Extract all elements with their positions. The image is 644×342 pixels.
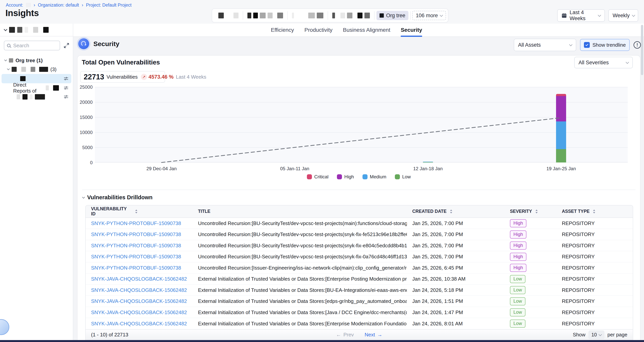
filter-segment[interactable] [288,9,328,22]
column-header-created-date[interactable]: CREATED DATE [407,205,504,218]
redacted-text-block [26,3,31,7]
show-trendline-toggle[interactable]: Show trendline [580,39,630,51]
column-header-asset-type[interactable]: ASSET TYPE [556,205,633,218]
table-row: SNYK-JAVA-CHQOSLOGBACK-15062482External … [86,285,633,296]
scrollbar-thumb[interactable] [641,25,643,75]
severity-cell: High [504,230,556,239]
checkbox-checked-icon[interactable] [584,42,590,48]
sort-icon[interactable] [535,209,538,214]
sort-icon[interactable] [135,209,138,214]
security-section-title: Security [94,40,119,48]
filter-segment[interactable] [328,9,374,22]
filter-segment[interactable] [214,9,243,22]
redacted-text-block [12,67,17,72]
redacted-text-block [17,94,20,99]
tab-business-alignment[interactable]: Business Alignment [343,24,390,36]
per-page-label: per page [608,332,627,338]
sort-icon[interactable] [593,209,596,214]
expand-icon[interactable] [64,43,69,48]
vulnerability-id-link[interactable]: SNYK-JAVA-CHQOSLOGBACK-15062482 [86,287,192,293]
vulnerability-id-link[interactable]: SNYK-PYTHON-PROTOBUF-15090738 [86,231,192,237]
vulnerability-id-link[interactable]: SNYK-PYTHON-PROTOBUF-15090738 [86,243,192,249]
tab-efficiency[interactable]: Efficiency [271,24,294,36]
redacted-text-block [358,12,362,18]
show-label: Show [573,332,585,338]
vulnerabilities-count-label: Vulnerabilities [106,74,138,80]
pagination-range: (1 - 10) of 22713 [91,332,128,338]
search-box[interactable] [4,41,60,50]
filter-sliders-icon[interactable] [64,94,68,99]
assets-select[interactable]: All Assets [514,39,576,51]
filter-segment[interactable] [243,9,287,22]
vulnerability-title: Uncontrolled Recursion:[BU-SecurityTest/… [192,243,407,249]
chevron-down-icon [440,13,443,17]
vulnerability-title: External Initialization of Trusted Varia… [192,310,407,316]
column-header-vulnerability-id[interactable]: VULNERABILITY ID [86,205,192,218]
legend-label: Critical [314,174,328,180]
period-select[interactable]: Last 4 Weeks [557,9,605,22]
redacted-text-block [347,12,352,18]
vulnerabilities-heading: Total Open Vulnerabilities [82,59,160,66]
breadcrumb-organization[interactable]: Organization: default [38,2,79,8]
severity-cell: Low [504,275,556,283]
granularity-select[interactable]: Weekly [608,9,638,22]
search-input[interactable] [13,43,57,49]
table-row: SNYK-JAVA-CHQOSLOGBACK-15062482External … [86,307,633,318]
vulnerability-title: Uncontrolled Recursion:[BU-SecurityTest/… [192,254,407,260]
chevron-down-icon [598,13,601,17]
breadcrumb-project[interactable]: Project: Default Project [86,2,132,8]
calendar-icon [562,13,567,18]
sidebar-search-row [0,36,73,50]
vulnerability-id-link[interactable]: SNYK-PYTHON-PROTOBUF-15090738 [86,265,192,271]
more-filters-chip[interactable]: 106 more [412,11,446,20]
page-title: Insights [6,8,39,18]
redacted-text-block [292,12,294,18]
filter-sliders-icon[interactable] [64,76,68,81]
sidebar: Org tree (1) (3) Direct Reports of [0,24,73,342]
show-trendline-label: Show trendline [592,42,626,48]
vulnerability-title: Uncontrolled Recursion:[BU-SecurityTest/… [192,231,407,237]
vulnerability-id-link[interactable]: SNYK-JAVA-CHQOSLOGBACK-15062482 [86,321,192,327]
created-date: Jan 24, 2026, 1:47 PM [407,310,504,316]
info-icon[interactable]: ! [634,41,641,49]
breadcrumb-account[interactable]: Account: [6,2,23,8]
tab-productivity[interactable]: Productivity [304,24,332,36]
vulnerability-title: Uncontrolled Recursion:[Issuer-Engineeri… [192,265,407,271]
drilldown-header[interactable]: Vulnerabilities Drilldown [82,194,152,201]
delta-indicator: ↗ 4573.46 % [141,74,174,80]
tree-item-group[interactable]: (3) [2,65,71,74]
breadcrumb: Account: › Organization: default › Proje… [6,2,132,8]
y-axis-tick-label: 25000 [78,84,92,90]
tree-item-direct-reports[interactable]: Direct Reports of [2,84,71,92]
tree-item-label: Direct Reports of [13,82,44,94]
legend-item-critical[interactable]: Critical [307,174,328,180]
legend-item-medium[interactable]: Medium [362,174,386,180]
redacted-text-block [17,27,22,33]
legend-item-high[interactable]: High [337,174,354,180]
page-size-select[interactable]: 10 [588,331,604,339]
created-date: Jan 25, 2026, 7:00 PM [407,254,504,260]
next-page-button[interactable]: Next → [364,332,382,338]
arrow-right-icon: → [377,332,382,338]
vulnerability-id-link[interactable]: SNYK-PYTHON-PROTOBUF-15090738 [86,254,192,260]
vulnerability-id-link[interactable]: SNYK-PYTHON-PROTOBUF-15090738 [86,220,192,226]
legend-item-low[interactable]: Low [395,174,411,180]
vulnerability-id-link[interactable]: SNYK-JAVA-CHQOSLOGBACK-15062482 [86,298,192,304]
filter-sliders-icon[interactable] [64,85,68,90]
severity-cell: Low [504,308,556,317]
column-header-severity[interactable]: SEVERITY [504,205,556,218]
created-date: Jan 25, 2026, 10:38 AM [407,276,504,282]
vulnerability-id-link[interactable]: SNYK-JAVA-CHQOSLOGBACK-15062482 [86,276,192,282]
redacted-text-block [277,12,283,18]
tree-item-org-tree[interactable]: Org tree (1) [2,56,71,65]
prev-page-button[interactable]: ← Prev [336,332,354,338]
sort-icon[interactable] [450,209,452,214]
vulnerability-id-link[interactable]: SNYK-JAVA-CHQOSLOGBACK-15062482 [86,310,192,316]
asset-type: REPOSITORY [556,265,633,271]
sidebar-collapsible-header[interactable] [0,24,73,36]
tab-security[interactable]: Security [401,24,422,36]
org-tree-chip[interactable]: Org tree [376,11,408,20]
more-filters-label: 106 more [416,12,438,18]
severities-select[interactable]: All Severities [574,57,633,68]
redacted-text-block [39,67,48,72]
